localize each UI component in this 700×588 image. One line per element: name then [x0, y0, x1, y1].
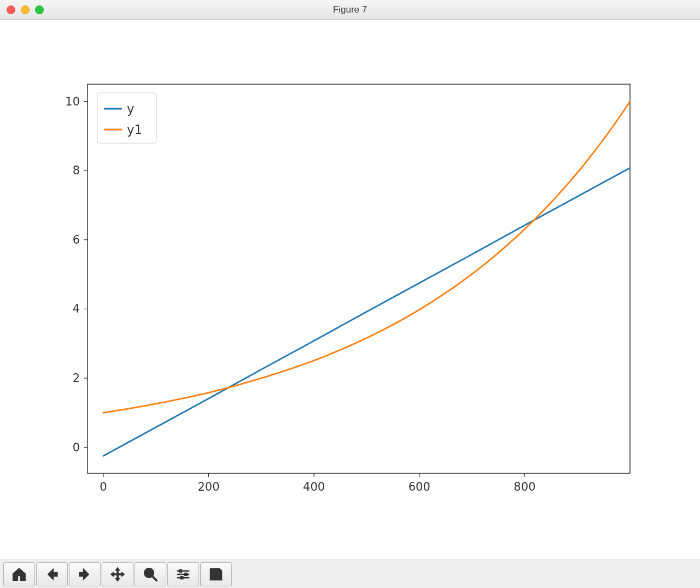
save-button[interactable]: [200, 562, 232, 586]
svg-rect-9: [213, 569, 218, 572]
back-button[interactable]: [36, 562, 68, 586]
zoom-button[interactable]: [135, 562, 166, 586]
y-tick-label: 0: [73, 441, 80, 454]
close-icon[interactable]: [7, 5, 15, 14]
minimize-icon[interactable]: [21, 5, 30, 14]
sliders-icon: [175, 566, 191, 583]
y-tick-label: 2: [73, 372, 80, 385]
plot-area: 02004006008000246810yy1: [0, 20, 700, 560]
window-controls: [7, 5, 44, 14]
arrow-left-icon: [44, 566, 60, 583]
y-tick-label: 10: [65, 95, 80, 108]
configure-button[interactable]: [167, 562, 199, 586]
y-tick-label: 4: [73, 302, 80, 315]
axes-frame: [88, 84, 630, 473]
legend-label: y1: [127, 122, 142, 137]
svg-point-10: [214, 574, 218, 579]
window-title: Figure 7: [0, 4, 700, 15]
titlebar: Figure 7: [0, 0, 700, 20]
move-icon: [109, 566, 126, 583]
zoom-icon: [142, 566, 159, 583]
nav-toolbar: [0, 560, 700, 588]
y-tick-label: 6: [73, 233, 80, 246]
svg-rect-7: [185, 573, 188, 575]
series-line-y: [103, 168, 630, 456]
series-line-y1: [103, 102, 630, 413]
y-tick-label: 8: [73, 164, 80, 177]
forward-button[interactable]: [69, 562, 101, 586]
save-icon: [208, 566, 224, 583]
zoom-icon[interactable]: [35, 5, 44, 14]
line-chart: 02004006008000246810yy1: [0, 20, 700, 560]
arrow-right-icon: [77, 566, 93, 583]
home-icon: [11, 566, 27, 583]
svg-line-2: [153, 576, 157, 580]
x-tick-label: 0: [100, 480, 107, 493]
x-tick-label: 400: [303, 480, 325, 493]
x-tick-label: 600: [409, 480, 430, 493]
x-tick-label: 200: [197, 480, 219, 493]
svg-rect-8: [180, 576, 183, 579]
svg-rect-6: [179, 569, 182, 572]
pan-button[interactable]: [102, 562, 133, 586]
x-tick-label: 800: [514, 480, 535, 493]
home-button[interactable]: [3, 562, 35, 586]
legend-label: y: [127, 102, 135, 116]
